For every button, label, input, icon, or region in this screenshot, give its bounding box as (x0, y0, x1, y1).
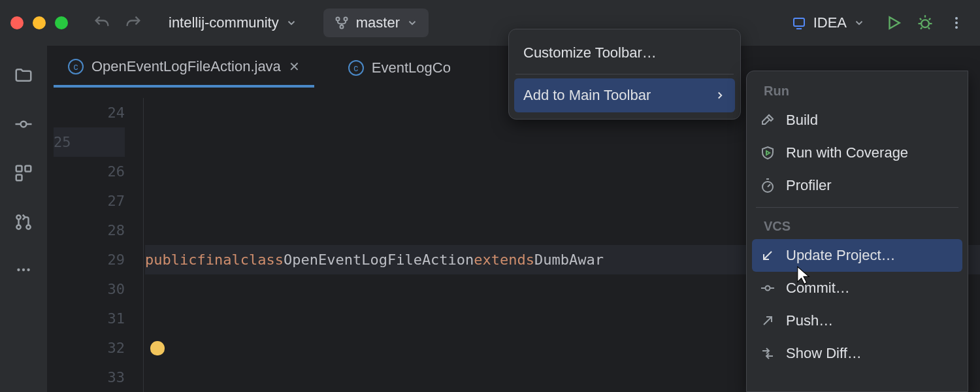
svg-point-19 (766, 286, 770, 291)
show-diff-item[interactable]: Show Diff… (747, 337, 968, 370)
zoom-window-icon[interactable] (55, 16, 68, 29)
menu-separator (756, 207, 958, 208)
svg-point-6 (955, 22, 958, 24)
structure-tool-icon[interactable] (14, 163, 33, 186)
menu-section-header: Run (747, 78, 968, 104)
svg-point-0 (336, 18, 339, 21)
more-button[interactable] (943, 10, 970, 36)
editor-tab[interactable]: c EventLogCo (334, 48, 465, 88)
run-config-selector[interactable]: IDEA (781, 8, 875, 37)
line-number: 32 (54, 333, 125, 363)
branch-name: master (356, 14, 400, 31)
pull-requests-tool-icon[interactable] (14, 212, 33, 235)
line-number: 30 (54, 274, 125, 304)
main-toolbar: intellij-community master IDEA (0, 0, 980, 46)
menu-item-label: Add to Main Toolbar (523, 87, 651, 104)
editor-tabs: c OpenEventLogFileAction.java ✕ c EventL… (54, 48, 465, 88)
run-config-icon (791, 15, 807, 31)
run-config-name: IDEA (813, 14, 847, 31)
add-to-toolbar-submenu: Run Build Run with Coverage Profiler VCS… (746, 71, 968, 392)
undo-icon[interactable] (89, 10, 115, 36)
project-selector[interactable]: intellij-community (158, 8, 308, 37)
menu-item-label: Profiler (786, 177, 832, 194)
debug-button[interactable] (912, 10, 938, 36)
diff-arrows-icon (760, 346, 776, 361)
shield-play-icon (760, 145, 776, 161)
window-controls (10, 16, 68, 29)
line-number: 26 (54, 157, 125, 186)
add-to-main-toolbar-item[interactable]: Add to Main Toolbar (514, 78, 735, 112)
svg-rect-9 (16, 166, 22, 172)
java-file-icon: c (348, 60, 364, 76)
line-number: 27 (54, 186, 125, 216)
java-file-icon: c (68, 59, 84, 74)
line-number: 24 (54, 98, 125, 127)
branch-icon (334, 15, 350, 31)
svg-point-16 (22, 269, 25, 271)
svg-point-13 (16, 225, 20, 229)
close-tab-icon[interactable]: ✕ (289, 59, 300, 74)
push-arrow-icon (760, 313, 776, 329)
menu-item-label: Build (786, 112, 818, 129)
menu-item-label: Customize Toolbar… (523, 44, 657, 61)
svg-point-5 (955, 17, 958, 20)
svg-rect-11 (16, 175, 22, 181)
push-item[interactable]: Push… (747, 304, 968, 337)
run-with-coverage-item[interactable]: Run with Coverage (747, 137, 968, 169)
line-number: 25 (54, 127, 125, 157)
line-number: 28 (54, 216, 125, 245)
project-tool-icon[interactable] (14, 65, 33, 88)
svg-rect-3 (794, 18, 804, 26)
chevron-down-icon (286, 17, 297, 29)
svg-point-2 (340, 25, 343, 29)
commit-tool-icon[interactable] (14, 114, 33, 137)
svg-point-14 (26, 225, 30, 229)
stopwatch-icon (760, 178, 776, 193)
tab-filename: OpenEventLogFileAction.java (91, 58, 281, 75)
more-tools-icon[interactable] (15, 261, 32, 282)
update-arrow-icon (760, 248, 776, 263)
svg-point-1 (344, 18, 347, 21)
build-item[interactable]: Build (747, 104, 968, 137)
chevron-right-icon (714, 90, 726, 101)
editor-tab-active[interactable]: c OpenEventLogFileAction.java ✕ (54, 48, 314, 88)
commit-item[interactable]: Commit… (747, 272, 968, 304)
svg-point-12 (16, 215, 20, 219)
menu-separator (515, 74, 734, 74)
line-number: 29 (54, 245, 125, 274)
menu-item-label: Run with Coverage (786, 144, 908, 161)
update-project-item[interactable]: Update Project… (752, 239, 962, 272)
run-button[interactable] (881, 10, 907, 36)
mouse-cursor-icon (796, 265, 811, 285)
tool-window-bar (0, 46, 47, 392)
hammer-icon (760, 112, 776, 128)
context-menu: Customize Toolbar… Add to Main Toolbar (508, 29, 741, 120)
svg-point-17 (27, 269, 29, 271)
menu-item-label: Show Diff… (786, 345, 862, 362)
chevron-down-icon (853, 17, 865, 29)
svg-point-8 (21, 122, 27, 127)
project-name: intellij-community (169, 14, 279, 31)
svg-point-4 (921, 20, 929, 27)
line-number: 33 (54, 363, 125, 392)
line-number: 31 (54, 304, 125, 333)
customize-toolbar-item[interactable]: Customize Toolbar… (509, 36, 740, 70)
minimize-window-icon[interactable] (33, 16, 46, 29)
chevron-down-icon (406, 17, 418, 29)
menu-section-header: VCS (747, 213, 968, 239)
branch-selector[interactable]: master (323, 8, 429, 37)
tab-filename: EventLogCo (372, 59, 451, 76)
svg-point-15 (17, 269, 20, 271)
menu-item-label: Push… (786, 312, 833, 329)
svg-point-7 (955, 26, 958, 29)
gutter: 24 25 26 27 28 29 30 31 32 33 (54, 98, 144, 392)
commit-icon (760, 280, 776, 296)
intention-bulb-icon[interactable] (150, 341, 165, 355)
menu-item-label: Update Project… (786, 247, 896, 264)
close-window-icon[interactable] (10, 16, 24, 29)
profiler-item[interactable]: Profiler (747, 169, 968, 202)
redo-icon[interactable] (120, 10, 146, 36)
svg-rect-10 (25, 166, 31, 172)
